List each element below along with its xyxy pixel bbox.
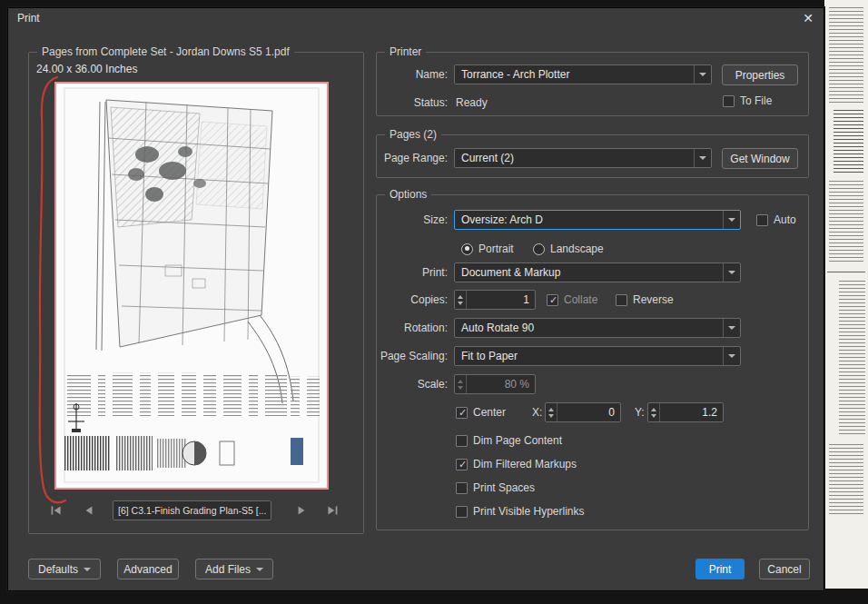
print-visible-hyperlinks-checkbox-box[interactable] <box>456 506 468 518</box>
auto-size-checkbox[interactable]: Auto <box>756 213 796 226</box>
chevron-down-icon <box>256 568 263 571</box>
printer-status-label: Status: <box>377 96 448 109</box>
spinner-down-icon[interactable] <box>651 414 656 418</box>
preview-group: Pages from Complete Set - Jordan Downs S… <box>28 52 364 534</box>
x-offset-label: X: <box>532 406 542 419</box>
page-scaling-label: Page Scaling: <box>377 350 448 362</box>
preview-group-label: Pages from Complete Set - Jordan Downs S… <box>37 45 294 58</box>
dim-filtered-markups-checkbox[interactable]: Dim Filtered Markups <box>456 458 577 470</box>
to-file-checkbox-box[interactable] <box>723 95 735 107</box>
x-offset-stepper[interactable]: 0 <box>545 402 621 422</box>
center-checkbox-box[interactable] <box>456 407 468 419</box>
page-range-label: Page Range: <box>377 152 448 164</box>
background-notes-block <box>833 110 863 173</box>
previous-page-icon[interactable] <box>82 503 96 518</box>
printer-status-value: Ready <box>456 96 488 109</box>
printer-group: Printer Name: Torrance - Arch Plotter Pr… <box>376 52 809 116</box>
next-page-icon[interactable] <box>294 503 309 518</box>
printer-name-dropdown[interactable]: Torrance - Arch Plotter <box>454 64 712 84</box>
print-what-label: Print: <box>377 266 448 279</box>
portrait-radio[interactable]: Portrait <box>461 243 514 255</box>
dialog-titlebar[interactable]: Print ✕ <box>8 8 824 30</box>
scale-label: Scale: <box>377 378 448 391</box>
landscape-radio-circle[interactable] <box>533 243 545 255</box>
get-window-button[interactable]: Get Window <box>722 148 798 169</box>
print-dialog: Print ✕ Pages from Complete Set - Jordan… <box>7 7 824 591</box>
add-files-button[interactable]: Add Files <box>195 559 273 579</box>
print-spaces-checkbox-box[interactable] <box>456 482 468 494</box>
options-group-label: Options <box>385 188 431 201</box>
background-legend-block <box>839 281 865 435</box>
spinner-down-icon[interactable] <box>458 302 463 305</box>
first-page-icon[interactable] <box>49 503 64 518</box>
collate-checkbox[interactable]: Collate <box>547 293 597 306</box>
site-plan-drawing <box>56 84 327 488</box>
spinner-down-icon[interactable] <box>548 414 554 418</box>
dim-filtered-markups-checkbox-box[interactable] <box>456 459 468 470</box>
options-group: Options Size: Oversize: Arch D Auto Port… <box>376 194 809 530</box>
cancel-button[interactable]: Cancel <box>759 559 810 579</box>
pages-group-label: Pages (2) <box>385 128 441 141</box>
landscape-radio[interactable]: Landscape <box>533 243 604 255</box>
dialog-title: Print <box>17 12 40 25</box>
last-page-icon[interactable] <box>325 503 340 518</box>
size-label: Size: <box>377 213 448 226</box>
background-divider <box>827 272 865 273</box>
page-dimensions: 24.00 x 36.00 Inches <box>36 63 137 75</box>
printer-group-label: Printer <box>385 45 426 58</box>
page-scaling-dropdown[interactable]: Fit to Paper <box>454 346 741 366</box>
background-text-block <box>829 444 863 517</box>
pages-group: Pages (2) Page Range: Current (2) Get Wi… <box>376 134 809 178</box>
background-text-block <box>829 7 863 103</box>
close-icon[interactable]: ✕ <box>800 10 816 26</box>
spinner-up-icon[interactable] <box>651 408 656 411</box>
chevron-down-icon <box>84 568 91 571</box>
background-text-block <box>829 181 863 262</box>
advanced-button[interactable]: Advanced <box>117 559 179 579</box>
copies-label: Copies: <box>377 293 448 306</box>
print-visible-hyperlinks-checkbox[interactable]: Print Visible Hyperlinks <box>456 505 585 518</box>
reverse-checkbox[interactable]: Reverse <box>616 293 674 306</box>
spinner-up-icon[interactable] <box>548 408 554 411</box>
chevron-down-icon <box>723 347 740 365</box>
y-offset-label: Y: <box>635 406 645 419</box>
page-range-dropdown[interactable]: Current (2) <box>454 148 712 168</box>
rotation-dropdown[interactable]: Auto Rotate 90 <box>454 318 741 338</box>
spinner-up-icon[interactable] <box>458 295 463 299</box>
portrait-radio-circle[interactable] <box>461 243 473 255</box>
scale-stepper[interactable]: 80 % <box>454 374 536 394</box>
chevron-down-icon <box>694 149 711 167</box>
copies-stepper[interactable]: 1 <box>454 290 536 310</box>
background-document <box>824 0 868 589</box>
spinner-up-icon[interactable] <box>458 380 463 383</box>
chevron-down-icon <box>694 65 711 84</box>
print-spaces-checkbox[interactable]: Print Spaces <box>456 481 535 494</box>
chevron-down-icon <box>723 211 740 229</box>
collate-checkbox-box[interactable] <box>547 294 558 306</box>
dim-page-content-checkbox[interactable]: Dim Page Content <box>456 434 562 447</box>
dim-page-content-checkbox-box[interactable] <box>456 435 468 447</box>
page-preview <box>54 82 329 490</box>
spinner-down-icon[interactable] <box>458 386 463 390</box>
defaults-button[interactable]: Defaults <box>28 559 101 579</box>
print-button[interactable]: Print <box>695 559 745 579</box>
printer-name-label: Name: <box>377 68 448 81</box>
center-checkbox[interactable]: Center <box>456 406 506 419</box>
properties-button[interactable]: Properties <box>722 64 798 85</box>
current-page-field[interactable]: [6] C3.1-Finish Grading Plan-S5 [... <box>113 500 271 520</box>
y-offset-stepper[interactable]: 1.2 <box>647 402 724 422</box>
chevron-down-icon <box>723 263 740 282</box>
to-file-checkbox[interactable]: To File <box>723 94 772 107</box>
print-what-dropdown[interactable]: Document & Markup <box>454 262 741 282</box>
chevron-down-icon <box>723 319 740 337</box>
reverse-checkbox-box[interactable] <box>616 294 627 306</box>
size-dropdown[interactable]: Oversize: Arch D <box>454 210 741 230</box>
auto-size-checkbox-box[interactable] <box>756 214 768 226</box>
rotation-label: Rotation: <box>377 322 448 334</box>
